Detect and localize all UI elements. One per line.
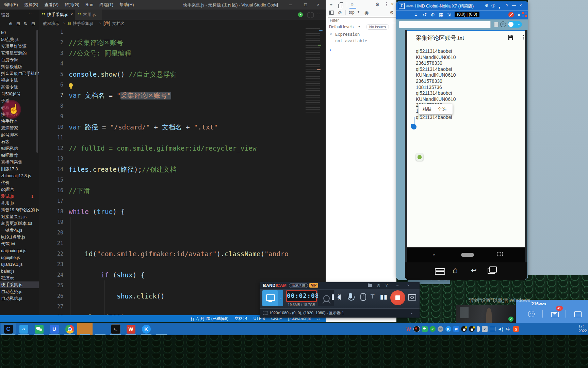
console-settings-gear-icon[interactable]: ⚙ [390,10,394,15]
save-floppy-icon[interactable] [508,35,513,42]
mouse-effect-icon[interactable] [360,293,366,301]
more-tabs-icon[interactable]: » [351,1,354,7]
file-item[interactable]: 程演示 [0,275,39,281]
nav-menu-icon[interactable] [435,268,445,275]
minimize-icon[interactable]: — [511,3,517,8]
zoom-icon[interactable]: ⊕ [431,12,435,17]
file-item[interactable]: 贴吧推荐 [0,152,39,159]
taskbar-app-explorer[interactable] [93,323,108,335]
export-icon[interactable]: ⇥ [516,12,520,17]
tray-net-icon[interactable] [490,327,495,331]
rotate-icon[interactable]: ↺ [423,12,427,17]
file-item[interactable]: 快手样本 [0,118,39,125]
file-item[interactable]: 麦滴管家 [0,125,39,132]
file-item[interactable]: 富贵专辑 [0,84,39,91]
file-item[interactable]: 自动点赞.js [0,288,39,295]
tray-shield-icon[interactable]: ✓ [430,326,436,332]
paste-icon[interactable] [494,22,499,27]
tray-qq-icon[interactable] [461,326,467,332]
context-selector[interactable]: top [349,10,355,15]
code-editor[interactable]: 12//采集评论区账号3//公众号: 阿星编程45console.show() … [39,27,326,315]
mode-dropdown-caret[interactable]: ⌄ [278,290,283,306]
tray-circ-icon[interactable]: ↻ [438,326,443,332]
disable-draw-icon[interactable] [508,12,514,17]
file-item[interactable]: 哥500起号 [0,91,39,97]
help-icon[interactable]: ? [504,3,510,8]
tray-rec-icon[interactable] [413,326,420,332]
video-thumbnail[interactable] [456,305,516,323]
assistant-bubble-icon[interactable] [416,153,423,161]
clock-icon[interactable]: ◷ [377,283,380,288]
menu-item[interactable]: 编辑(E) [1,0,21,10]
taskbar-app-launcher[interactable]: C [1,323,16,335]
live-expression[interactable]: × Expression not available [326,31,396,46]
minimize-button[interactable]: ─ [283,0,298,10]
text-selection-handle[interactable] [411,124,416,129]
nav-home-icon[interactable]: ⌂ [453,265,458,275]
inspect-element-icon[interactable]: ⌖ [330,2,332,7]
file-item[interactable]: 常用.js [0,200,39,206]
live-expression-eye-icon[interactable]: ◉ [364,10,369,15]
emoji-icon[interactable]: ☺ [500,21,506,27]
close-icon[interactable]: × [518,3,523,8]
taskbar-app-bandicam[interactable] [77,323,93,335]
tray-mic-icon[interactable] [477,326,480,332]
tray-ime-icon[interactable]: 中 [505,326,511,332]
taskbar-app-wps[interactable]: W [123,323,138,335]
split-editor-icon[interactable] [308,13,310,17]
file-item[interactable]: 直播间采集 [0,159,39,166]
fullscreen-icon[interactable]: ⇲ [447,12,451,17]
tray-usb-icon[interactable]: ✓ [482,326,488,332]
qq-avatar-icon[interactable]: ◠ [528,311,535,317]
minimize-icon[interactable]: – [396,283,398,287]
tray-sync-icon[interactable]: ⇄ [453,326,459,332]
menu-item[interactable]: Run [82,0,96,10]
new-file-icon[interactable]: ⊕ [9,21,13,26]
expression-close-icon[interactable]: × [330,32,332,36]
file-item[interactable]: 自动私信.js [0,295,39,302]
lightbulb-icon[interactable] [69,83,73,87]
devtools-settings-gear-icon[interactable]: ⚙ [375,2,380,7]
menu-item[interactable]: 转到(G) [62,0,82,10]
refresh-icon[interactable]: ↻ [24,21,28,26]
minimap[interactable] [304,28,324,113]
console-filter-input[interactable] [328,17,397,23]
paste-button[interactable]: 粘贴 [423,106,431,112]
file-item[interactable]: 石客 [0,138,39,145]
screenshot-camera-icon[interactable] [408,294,416,301]
menu-item[interactable]: 帮助(H) [116,0,137,10]
no-issues-chip[interactable]: No Issues [366,24,389,30]
file-item[interactable]: 福建专辑 [0,77,39,84]
run-extension-icon[interactable] [298,12,303,17]
phone-screen[interactable]: 采集评论区账号.txt ⋮ qi5211314baobeiKUNandIKUN0… [407,30,525,248]
file-item[interactable]: 百度专辑 [0,57,39,63]
file-item[interactable]: 50 [0,29,39,36]
nav-back-icon[interactable]: ↩ [471,266,477,274]
overflow-kebab-icon[interactable]: ⋮ [521,34,525,40]
console-prompt[interactable]: › [330,47,331,52]
file-item[interactable]: 抖音留痕自己手机的 [0,70,39,77]
close-icon[interactable]: × [407,283,409,287]
file-item[interactable]: 安琪星好资源 [0,43,39,50]
file-item[interactable]: ly19.1点赞.js [0,234,39,241]
keyboard-toggle[interactable]: ⌄ [508,21,522,28]
grid-view-icon[interactable]: ▦ [439,12,443,17]
file-item[interactable]: 代价 [0,179,39,186]
tray-qq-icon[interactable] [469,326,475,332]
settings-gear-icon[interactable]: ⚙ [484,3,489,8]
file-item[interactable]: 安琪星资源的 [0,50,39,57]
menu-item[interactable]: 选择(S) [21,0,42,10]
sidebar-scrollbar[interactable] [36,30,38,153]
console-sidebar-icon[interactable] [329,11,334,15]
qq-mail-icon[interactable] [551,312,559,317]
tab-close-icon[interactable]: × [70,12,73,17]
screen-recording-mode-button[interactable] [262,290,278,306]
status-item[interactable]: 行 7, 列 20 (已选择8) [191,316,228,322]
explorer-more-button[interactable]: ··· [29,11,34,16]
file-item[interactable]: 测试.js1 [0,193,39,200]
layout-toggle-icon[interactable] [273,3,278,7]
file-item[interactable]: 抖音极速版 [0,63,39,70]
file-item[interactable]: 50点赞.js [0,36,39,43]
file-item[interactable]: 一键发布.js [0,227,39,234]
devtools-kebab-icon[interactable]: ⋮ [384,1,389,7]
